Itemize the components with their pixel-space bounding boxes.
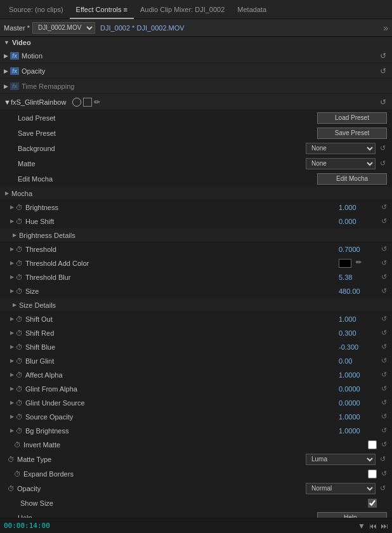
opacity-header[interactable]: ▶ fx Opacity ↺ xyxy=(0,63,392,79)
filter-icon[interactable]: ▼ xyxy=(358,522,365,530)
background-reset-icon[interactable]: ↺ xyxy=(378,144,387,152)
glint-from-alpha-reset-icon[interactable]: ↺ xyxy=(379,385,388,393)
shift-blue-value[interactable]: -0.300 xyxy=(339,343,377,351)
motion-reset-icon[interactable]: ↺ xyxy=(378,51,388,60)
help-button[interactable]: Help . xyxy=(317,512,387,518)
threshold-add-color-stopwatch-icon[interactable]: ⏱ xyxy=(16,260,23,267)
threshold-blur-reset-icon[interactable]: ↺ xyxy=(379,273,388,281)
shift-out-value[interactable]: 1.000 xyxy=(339,315,377,323)
forward-icon[interactable]: ⏭ xyxy=(381,522,388,530)
tab-source[interactable]: Source: (no clips) xyxy=(3,0,70,19)
matte-reset-icon[interactable]: ↺ xyxy=(378,159,387,168)
affect-alpha-stopwatch-icon[interactable]: ⏱ xyxy=(16,371,23,379)
pen-icon[interactable]: ✏ xyxy=(94,98,100,107)
matte-dropdown[interactable]: None xyxy=(306,158,376,169)
show-size-checkbox[interactable] xyxy=(368,499,377,508)
glint-from-alpha-stopwatch-icon[interactable]: ⏱ xyxy=(16,385,23,393)
glint-chevron-icon: ▼ xyxy=(4,98,11,106)
matte-type-stopwatch-icon[interactable]: ⏱ xyxy=(8,456,15,463)
tab-effect-controls[interactable]: Effect Controls ≡ xyxy=(70,0,134,19)
glint-from-alpha-value[interactable]: 0.0000 xyxy=(339,385,377,393)
shift-out-stopwatch-icon[interactable]: ⏱ xyxy=(16,315,23,323)
edit-mocha-button[interactable]: Edit Mocha xyxy=(317,173,387,185)
affect-alpha-reset-icon[interactable]: ↺ xyxy=(379,371,388,379)
threshold-blur-value[interactable]: 5.38 xyxy=(339,273,377,281)
threshold-value[interactable]: 0.7000 xyxy=(339,246,377,253)
hue-shift-value[interactable]: 0.000 xyxy=(339,218,377,225)
invert-matte-stopwatch-icon[interactable]: ⏱ xyxy=(14,441,21,449)
square-shape-icon[interactable] xyxy=(83,98,92,107)
opacity-stopwatch-icon[interactable]: ⏱ xyxy=(8,485,15,492)
hue-shift-stopwatch-icon[interactable]: ⏱ xyxy=(16,218,23,225)
blur-glint-value[interactable]: 0.00 xyxy=(339,357,377,365)
hue-shift-reset-icon[interactable]: ↺ xyxy=(379,217,388,225)
threshold-add-color-value[interactable]: ✏ xyxy=(339,258,377,267)
shift-red-reset-icon[interactable]: ↺ xyxy=(379,329,388,337)
opacity-reset-icon[interactable]: ↺ xyxy=(378,67,388,76)
matte-type-reset-icon[interactable]: ↺ xyxy=(378,455,387,463)
threshold-blur-stopwatch-icon[interactable]: ⏱ xyxy=(16,273,23,281)
shift-blue-stopwatch-icon[interactable]: ⏱ xyxy=(16,343,23,351)
threshold-stopwatch-icon[interactable]: ⏱ xyxy=(16,246,23,253)
mocha-section[interactable]: ▶ Mocha xyxy=(0,187,392,201)
bg-brightness-stopwatch-icon[interactable]: ⏱ xyxy=(16,427,23,435)
shift-red-value[interactable]: 0.300 xyxy=(339,329,377,337)
tab-audio-clip-mixer[interactable]: Audio Clip Mixer: DJI_0002 xyxy=(134,0,231,19)
source-opacity-reset-icon[interactable]: ↺ xyxy=(379,412,388,421)
circle-shape-icon[interactable] xyxy=(72,98,81,107)
size-label: Size xyxy=(25,287,339,295)
affect-alpha-value[interactable]: 1.0000 xyxy=(339,371,377,379)
time-remapping-header[interactable]: ▶ fx Time Remapping xyxy=(0,79,392,94)
master-dropdown[interactable]: DJI_0002.MOV xyxy=(32,22,95,34)
shift-red-stopwatch-icon[interactable]: ⏱ xyxy=(16,329,23,337)
invert-matte-checkbox[interactable] xyxy=(368,440,377,449)
clip-link[interactable]: DJI_0002 * DJI_0002.MOV xyxy=(100,24,185,32)
tab-bar: Source: (no clips) Effect Controls ≡ Aud… xyxy=(0,0,392,19)
brightness-reset-icon[interactable]: ↺ xyxy=(379,203,388,211)
glint-reset-icon[interactable]: ↺ xyxy=(378,98,388,107)
expand-borders-checkbox[interactable] xyxy=(368,470,377,478)
glint-under-source-reset-icon[interactable]: ↺ xyxy=(379,398,388,407)
source-opacity-value[interactable]: 1.0000 xyxy=(339,413,377,421)
brightness-details-section[interactable]: ▶ Brightness Details xyxy=(0,228,392,242)
blur-glint-reset-icon[interactable]: ↺ xyxy=(379,357,388,365)
size-stopwatch-icon[interactable]: ⏱ xyxy=(16,287,23,295)
bg-brightness-value[interactable]: 1.0000 xyxy=(339,427,377,435)
threshold-add-color-reset-icon[interactable]: ↺ xyxy=(379,259,388,267)
tab-metadata[interactable]: Metadata xyxy=(231,0,273,19)
bg-brightness-reset-icon[interactable]: ↺ xyxy=(379,426,388,435)
rewind-icon[interactable]: ⏮ xyxy=(369,522,377,530)
expand-borders-reset-icon[interactable]: ↺ xyxy=(379,470,388,478)
glint-under-source-stopwatch-icon[interactable]: ⏱ xyxy=(16,399,23,407)
opacity-dropdown-reset-icon[interactable]: ↺ xyxy=(378,484,387,492)
expand-borders-row: ⏱ Expand Borders ↺ xyxy=(0,467,392,481)
brightness-stopwatch-icon[interactable]: ⏱ xyxy=(16,204,23,211)
size-value[interactable]: 480.00 xyxy=(339,287,377,295)
save-preset-button[interactable]: Save Preset xyxy=(317,128,387,139)
shift-blue-reset-icon[interactable]: ↺ xyxy=(379,343,388,351)
expand-borders-stopwatch-icon[interactable]: ⏱ xyxy=(14,470,21,478)
threshold-color-swatch[interactable] xyxy=(339,259,351,268)
motion-header[interactable]: ▶ fx Motion ↺ xyxy=(0,48,392,63)
blur-glint-stopwatch-icon[interactable]: ⏱ xyxy=(16,357,23,365)
save-preset-row: Save Preset Save Preset xyxy=(0,126,392,141)
glint-rainbow-header[interactable]: ▼ fx S_GlintRainbow ✏ ↺ xyxy=(0,94,392,110)
source-opacity-stopwatch-icon[interactable]: ⏱ xyxy=(16,413,23,421)
glint-from-alpha-chevron-icon: ▶ xyxy=(10,386,14,392)
size-details-section[interactable]: ▶ Size Details xyxy=(0,298,392,312)
shift-out-reset-icon[interactable]: ↺ xyxy=(379,315,388,323)
threshold-reset-icon[interactable]: ↺ xyxy=(379,245,388,253)
show-size-row: Show Size ↺ xyxy=(0,496,392,510)
opacity-dropdown[interactable]: Normal xyxy=(306,483,376,494)
brightness-value[interactable]: 1.000 xyxy=(339,204,377,211)
load-preset-button[interactable]: Load Preset xyxy=(317,112,387,124)
size-reset-icon[interactable]: ↺ xyxy=(379,287,388,295)
glint-under-source-value[interactable]: 0.0000 xyxy=(339,399,377,407)
video-section-header[interactable]: ▼ Video xyxy=(0,37,392,48)
help-row: Help Help . xyxy=(0,510,392,518)
background-dropdown[interactable]: None xyxy=(306,143,376,154)
invert-matte-reset-icon[interactable]: ↺ xyxy=(379,440,388,449)
edit-mocha-row: Edit Mocha Edit Mocha xyxy=(0,171,392,187)
threshold-pen-icon[interactable]: ✏ xyxy=(356,258,362,266)
matte-type-dropdown[interactable]: Luma xyxy=(306,454,376,465)
